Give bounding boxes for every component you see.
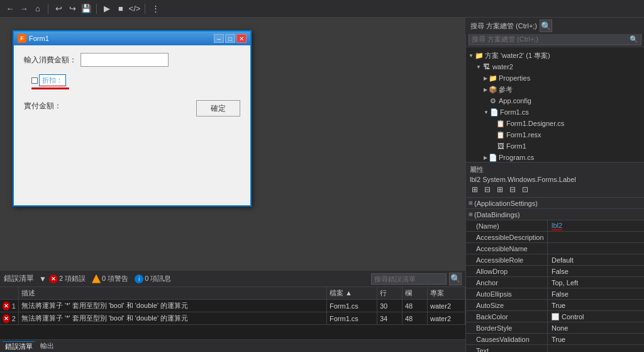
- error-row-proj-2: water2: [428, 312, 465, 324]
- warning-badge[interactable]: 0 項警告: [92, 274, 128, 283]
- prop-name-value: lbl2: [552, 222, 562, 230]
- prop-text-label: Text: [466, 345, 548, 352]
- back-icon[interactable]: ←: [5, 4, 15, 14]
- prop-row-backcolor[interactable]: BackColor Control: [466, 311, 644, 322]
- search-button[interactable]: 🔍: [540, 20, 552, 32]
- main-area: F Form1 – □ ✕ 輸入消費金額：: [0, 18, 644, 352]
- prop-anchor-value: Top, Left: [548, 279, 644, 287]
- props-btn-5[interactable]: ⊡: [520, 185, 530, 195]
- home-icon[interactable]: ⌂: [33, 4, 43, 14]
- col-header-file: 檔案 ▲: [327, 287, 377, 299]
- debug-icon[interactable]: ■: [116, 4, 126, 14]
- tree-solution[interactable]: ▼ 📁 方案 'water2' (1 專案): [466, 50, 644, 61]
- prop-row-autosize[interactable]: AutoSize True: [466, 300, 644, 311]
- expand-refs-icon: ▶: [484, 87, 487, 93]
- input-textbox[interactable]: [80, 53, 169, 67]
- prop-borderstyle-value: None: [548, 324, 644, 332]
- discount-checkbox: [31, 77, 38, 84]
- info-icon: i: [135, 275, 143, 283]
- prop-row-accessible-role[interactable]: AccessibleRole Default: [466, 254, 644, 266]
- prop-row-text[interactable]: Text: [466, 345, 644, 352]
- warning-count: 0 項警告: [102, 274, 128, 283]
- input-label: 輸入消費金額：: [24, 55, 80, 65]
- right-panel: 方案總管 📌 ✕ 🔍 ▼ 📁 方案 'water2' (1 專案): [465, 18, 644, 352]
- search-label: 搜尋 方案總管 (Ctrl+;): [470, 21, 537, 31]
- props-btn-3[interactable]: ⊞: [495, 185, 505, 195]
- form1-label: Form1: [506, 142, 526, 150]
- filter-icon[interactable]: ▼: [39, 275, 47, 283]
- properties-label: Properties: [499, 74, 530, 82]
- error-list-panel: 錯誤清單 ▼ ✕ 2 項錯誤 0 項警告 i 0 項訊息: [0, 270, 465, 352]
- solution-search-bar: 搜尋 方案總管 (Ctrl+;) 🔍: [465, 18, 644, 34]
- forward-icon[interactable]: →: [19, 4, 29, 14]
- discount-area: 折扣：: [31, 74, 240, 89]
- prop-row-causesvalidation[interactable]: CausesValidation True: [466, 334, 644, 345]
- tree-properties[interactable]: ▶ 📁 Properties: [466, 72, 644, 84]
- close-button[interactable]: ✕: [236, 34, 247, 43]
- solution-label: 方案 'water2' (1 專案): [485, 51, 550, 60]
- error-row[interactable]: ✕ 1 無法將運算子 '*' 套用至型別 'bool' 和 'double' 的…: [0, 300, 465, 312]
- error-badge[interactable]: ✕ 2 項錯誤: [49, 274, 86, 283]
- sep2: [96, 4, 97, 14]
- code-icon[interactable]: </>: [130, 4, 140, 14]
- prop-row-allowdrop[interactable]: AllowDrop False: [466, 266, 644, 277]
- props-title: 屬性: [470, 165, 640, 174]
- prop-allowdrop-value: False: [548, 268, 644, 275]
- error-row-2[interactable]: ✕ 2 無法將運算子 '*' 套用至型別 'bool' 和 'double' 的…: [0, 312, 465, 325]
- error-icon-2: ✕: [3, 314, 10, 323]
- prop-row-accessible-name[interactable]: AccessibleName: [466, 243, 644, 254]
- left-panel: F Form1 – □ ✕ 輸入消費金額：: [0, 18, 465, 352]
- solution-search-input[interactable]: [472, 35, 630, 43]
- tree-appconfig[interactable]: ▶ ⚙ App.config: [466, 95, 644, 106]
- prop-row-accessible-desc[interactable]: AccessibleDescription: [466, 232, 644, 243]
- tree-form1cs[interactable]: ▼ 📄 Form1.cs: [466, 106, 644, 118]
- tree-programcs[interactable]: ▶ 📄 Program.cs: [466, 152, 644, 162]
- prop-backcolor-value: Control: [548, 313, 644, 321]
- tree-form1[interactable]: ▶ 🖼 Form1: [466, 140, 644, 152]
- prop-value-name: lbl2: [548, 222, 644, 230]
- prop-autoellipsis-value: False: [548, 290, 644, 298]
- bottom-tabs: 錯誤清單 輸出: [0, 339, 465, 352]
- prop-row-name[interactable]: (Name) lbl2: [466, 220, 644, 232]
- error-row-proj-1: water2: [428, 300, 465, 312]
- error-row-file-1: Form1.cs: [327, 300, 377, 312]
- water2-label: water2: [492, 63, 513, 71]
- menu-icon[interactable]: ⋮: [150, 4, 160, 14]
- confirm-button[interactable]: 確定: [196, 100, 240, 116]
- props-btn-2[interactable]: ⊟: [482, 185, 492, 195]
- prop-row-autoellipsis[interactable]: AutoEllipsis False: [466, 288, 644, 300]
- maximize-button[interactable]: □: [225, 34, 235, 43]
- run-icon[interactable]: ▶: [102, 4, 112, 14]
- prop-row-anchor[interactable]: Anchor Top, Left: [466, 277, 644, 288]
- redo-icon[interactable]: ↪: [67, 4, 77, 14]
- error-search-input[interactable]: [371, 273, 447, 285]
- save-icon[interactable]: 💾: [81, 4, 91, 14]
- props-btn-4[interactable]: ⊟: [508, 185, 518, 195]
- discount-label: 折扣：: [39, 74, 66, 86]
- props-table: ⊞ (ApplicationSettings) ⊞ (DataBindings)…: [466, 198, 644, 352]
- error-icon-1: ✕: [3, 302, 10, 310]
- info-count: 0 項訊息: [145, 274, 171, 283]
- input-row: 輸入消費金額：: [24, 53, 240, 67]
- error-row-line-1: 30: [377, 300, 402, 312]
- prop-cat-app: ⊞ (ApplicationSettings): [466, 198, 644, 209]
- props-btn-1[interactable]: ⊞: [470, 185, 480, 195]
- tab-error-list[interactable]: 錯誤清單: [3, 341, 35, 351]
- prop-backcolor-label: BackColor: [466, 311, 548, 322]
- minimize-button[interactable]: –: [214, 34, 224, 43]
- discount-label-row: 折扣：: [31, 74, 240, 86]
- form1-icon: 🖼: [496, 142, 505, 150]
- prop-row-borderstyle[interactable]: BorderStyle None: [466, 322, 644, 334]
- tree-form1resx[interactable]: ▶ 📋 Form1.resx: [466, 129, 644, 140]
- tree-form1designer[interactable]: ▶ 📋 Form1.Designer.cs: [466, 118, 644, 129]
- tree-water2[interactable]: ▼ 🏗 water2: [466, 61, 644, 72]
- references-label: 參考: [499, 85, 513, 94]
- info-badge[interactable]: i 0 項訊息: [135, 274, 171, 283]
- error-row-file-2: Form1.cs: [327, 312, 377, 324]
- tab-output[interactable]: 輸出: [38, 341, 57, 351]
- form1resx-label: Form1.resx: [506, 131, 541, 139]
- error-search-button[interactable]: 🔍: [449, 273, 462, 285]
- error-list-right: 🔍: [371, 273, 462, 285]
- tree-references[interactable]: ▶ 📦 參考: [466, 84, 644, 95]
- undo-icon[interactable]: ↩: [53, 4, 64, 14]
